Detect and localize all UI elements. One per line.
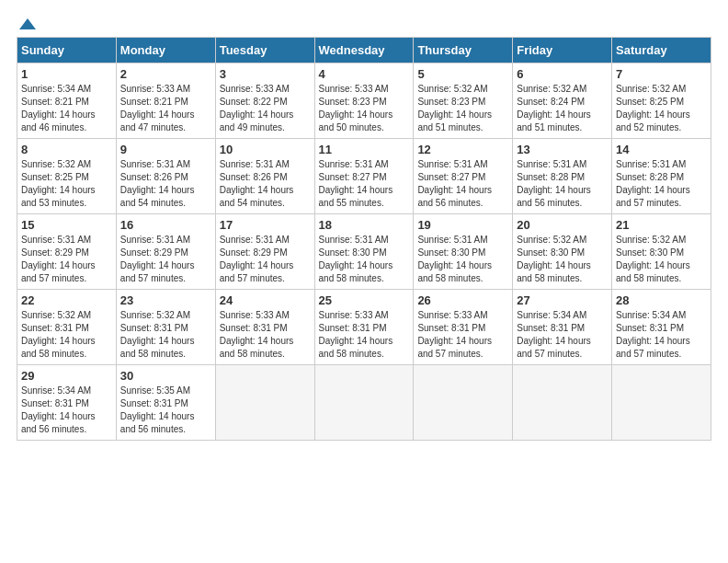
calendar-cell: 10Sunrise: 5:31 AMSunset: 8:26 PMDayligh… bbox=[215, 139, 314, 214]
calendar-cell: 3Sunrise: 5:33 AMSunset: 8:22 PMDaylight… bbox=[215, 63, 314, 139]
calendar-cell: 20Sunrise: 5:32 AMSunset: 8:30 PMDayligh… bbox=[513, 214, 612, 290]
calendar-cell: 30Sunrise: 5:35 AMSunset: 8:31 PMDayligh… bbox=[116, 365, 215, 441]
calendar-cell: 26Sunrise: 5:33 AMSunset: 8:31 PMDayligh… bbox=[414, 290, 513, 365]
cell-text: Sunrise: 5:31 AMSunset: 8:26 PMDaylight:… bbox=[120, 158, 211, 210]
day-number: 21 bbox=[616, 218, 707, 232]
calendar-cell: 27Sunrise: 5:34 AMSunset: 8:31 PMDayligh… bbox=[513, 290, 612, 365]
cell-text: Sunrise: 5:31 AMSunset: 8:29 PMDaylight:… bbox=[220, 234, 311, 285]
calendar-week-row: 1Sunrise: 5:34 AMSunset: 8:21 PMDaylight… bbox=[17, 63, 711, 139]
calendar-week-row: 15Sunrise: 5:31 AMSunset: 8:29 PMDayligh… bbox=[17, 214, 711, 290]
calendar-cell bbox=[215, 365, 314, 441]
logo-icon bbox=[19, 17, 36, 33]
calendar-cell: 16Sunrise: 5:31 AMSunset: 8:29 PMDayligh… bbox=[116, 214, 215, 290]
cell-text: Sunrise: 5:32 AMSunset: 8:30 PMDaylight:… bbox=[616, 234, 707, 285]
calendar-cell: 23Sunrise: 5:32 AMSunset: 8:31 PMDayligh… bbox=[116, 290, 215, 365]
calendar-cell: 24Sunrise: 5:33 AMSunset: 8:31 PMDayligh… bbox=[215, 290, 314, 365]
cell-text: Sunrise: 5:34 AMSunset: 8:31 PMDaylight:… bbox=[21, 385, 112, 436]
day-number: 25 bbox=[319, 293, 410, 307]
cell-text: Sunrise: 5:33 AMSunset: 8:31 PMDaylight:… bbox=[220, 309, 311, 361]
day-number: 7 bbox=[616, 67, 707, 81]
day-number: 9 bbox=[120, 143, 211, 156]
logo bbox=[17, 17, 37, 29]
calendar-week-row: 8Sunrise: 5:32 AMSunset: 8:25 PMDaylight… bbox=[17, 139, 711, 214]
calendar-header-saturday: Saturday bbox=[612, 38, 711, 63]
calendar-cell: 4Sunrise: 5:33 AMSunset: 8:23 PMDaylight… bbox=[314, 63, 414, 139]
page: SundayMondayTuesdayWednesdayThursdayFrid… bbox=[0, 0, 728, 563]
day-number: 8 bbox=[21, 143, 112, 156]
cell-text: Sunrise: 5:31 AMSunset: 8:28 PMDaylight:… bbox=[517, 158, 608, 210]
calendar: SundayMondayTuesdayWednesdayThursdayFrid… bbox=[17, 37, 711, 441]
cell-text: Sunrise: 5:31 AMSunset: 8:30 PMDaylight:… bbox=[319, 234, 410, 285]
day-number: 2 bbox=[120, 67, 211, 81]
day-number: 23 bbox=[120, 293, 211, 307]
calendar-header-friday: Friday bbox=[513, 38, 612, 63]
calendar-cell: 18Sunrise: 5:31 AMSunset: 8:30 PMDayligh… bbox=[314, 214, 414, 290]
calendar-cell: 6Sunrise: 5:32 AMSunset: 8:24 PMDaylight… bbox=[513, 63, 612, 139]
day-number: 16 bbox=[120, 218, 211, 232]
calendar-cell: 2Sunrise: 5:33 AMSunset: 8:21 PMDaylight… bbox=[116, 63, 215, 139]
day-number: 13 bbox=[517, 143, 608, 156]
calendar-cell: 15Sunrise: 5:31 AMSunset: 8:29 PMDayligh… bbox=[17, 214, 117, 290]
calendar-cell bbox=[612, 365, 711, 441]
calendar-week-row: 29Sunrise: 5:34 AMSunset: 8:31 PMDayligh… bbox=[17, 365, 711, 441]
day-number: 17 bbox=[220, 218, 311, 232]
day-number: 10 bbox=[220, 143, 311, 156]
calendar-cell: 5Sunrise: 5:32 AMSunset: 8:23 PMDaylight… bbox=[414, 63, 513, 139]
cell-text: Sunrise: 5:33 AMSunset: 8:31 PMDaylight:… bbox=[319, 309, 410, 361]
day-number: 14 bbox=[616, 143, 707, 156]
calendar-cell: 19Sunrise: 5:31 AMSunset: 8:30 PMDayligh… bbox=[414, 214, 513, 290]
day-number: 15 bbox=[21, 218, 112, 232]
calendar-cell bbox=[314, 365, 414, 441]
cell-text: Sunrise: 5:32 AMSunset: 8:31 PMDaylight:… bbox=[120, 309, 211, 361]
cell-text: Sunrise: 5:31 AMSunset: 8:29 PMDaylight:… bbox=[21, 234, 112, 285]
day-number: 30 bbox=[120, 369, 211, 383]
day-number: 6 bbox=[517, 67, 608, 81]
cell-text: Sunrise: 5:31 AMSunset: 8:29 PMDaylight:… bbox=[120, 234, 211, 285]
day-number: 12 bbox=[417, 143, 508, 156]
cell-text: Sunrise: 5:33 AMSunset: 8:22 PMDaylight:… bbox=[220, 83, 311, 134]
day-number: 4 bbox=[319, 67, 410, 81]
day-number: 26 bbox=[417, 293, 508, 307]
cell-text: Sunrise: 5:31 AMSunset: 8:27 PMDaylight:… bbox=[417, 158, 508, 210]
calendar-cell: 29Sunrise: 5:34 AMSunset: 8:31 PMDayligh… bbox=[17, 365, 117, 441]
day-number: 27 bbox=[517, 293, 608, 307]
logo-text bbox=[17, 17, 37, 33]
cell-text: Sunrise: 5:35 AMSunset: 8:31 PMDaylight:… bbox=[120, 385, 211, 436]
calendar-cell: 1Sunrise: 5:34 AMSunset: 8:21 PMDaylight… bbox=[17, 63, 117, 139]
calendar-cell: 22Sunrise: 5:32 AMSunset: 8:31 PMDayligh… bbox=[17, 290, 117, 365]
calendar-header-monday: Monday bbox=[116, 38, 215, 63]
day-number: 28 bbox=[616, 293, 707, 307]
calendar-cell: 9Sunrise: 5:31 AMSunset: 8:26 PMDaylight… bbox=[116, 139, 215, 214]
calendar-cell: 11Sunrise: 5:31 AMSunset: 8:27 PMDayligh… bbox=[314, 139, 414, 214]
cell-text: Sunrise: 5:34 AMSunset: 8:31 PMDaylight:… bbox=[517, 309, 608, 361]
cell-text: Sunrise: 5:34 AMSunset: 8:31 PMDaylight:… bbox=[616, 309, 707, 361]
day-number: 5 bbox=[417, 67, 508, 81]
svg-marker-0 bbox=[19, 18, 36, 29]
header bbox=[17, 17, 711, 29]
cell-text: Sunrise: 5:34 AMSunset: 8:21 PMDaylight:… bbox=[21, 83, 112, 134]
cell-text: Sunrise: 5:31 AMSunset: 8:28 PMDaylight:… bbox=[616, 158, 707, 210]
calendar-cell: 17Sunrise: 5:31 AMSunset: 8:29 PMDayligh… bbox=[215, 214, 314, 290]
calendar-cell: 28Sunrise: 5:34 AMSunset: 8:31 PMDayligh… bbox=[612, 290, 711, 365]
cell-text: Sunrise: 5:31 AMSunset: 8:30 PMDaylight:… bbox=[417, 234, 508, 285]
cell-text: Sunrise: 5:31 AMSunset: 8:27 PMDaylight:… bbox=[319, 158, 410, 210]
day-number: 3 bbox=[220, 67, 311, 81]
day-number: 29 bbox=[21, 369, 112, 383]
calendar-header-tuesday: Tuesday bbox=[215, 38, 314, 63]
calendar-cell: 21Sunrise: 5:32 AMSunset: 8:30 PMDayligh… bbox=[612, 214, 711, 290]
day-number: 20 bbox=[517, 218, 608, 232]
cell-text: Sunrise: 5:33 AMSunset: 8:21 PMDaylight:… bbox=[120, 83, 211, 134]
calendar-header-wednesday: Wednesday bbox=[314, 38, 414, 63]
cell-text: Sunrise: 5:32 AMSunset: 8:30 PMDaylight:… bbox=[517, 234, 608, 285]
cell-text: Sunrise: 5:32 AMSunset: 8:25 PMDaylight:… bbox=[21, 158, 112, 210]
day-number: 22 bbox=[21, 293, 112, 307]
calendar-header-thursday: Thursday bbox=[414, 38, 513, 63]
cell-text: Sunrise: 5:33 AMSunset: 8:23 PMDaylight:… bbox=[319, 83, 410, 134]
cell-text: Sunrise: 5:32 AMSunset: 8:31 PMDaylight:… bbox=[21, 309, 112, 361]
day-number: 24 bbox=[220, 293, 311, 307]
calendar-cell: 7Sunrise: 5:32 AMSunset: 8:25 PMDaylight… bbox=[612, 63, 711, 139]
calendar-cell: 13Sunrise: 5:31 AMSunset: 8:28 PMDayligh… bbox=[513, 139, 612, 214]
calendar-cell: 12Sunrise: 5:31 AMSunset: 8:27 PMDayligh… bbox=[414, 139, 513, 214]
day-number: 19 bbox=[417, 218, 508, 232]
calendar-header-sunday: Sunday bbox=[17, 38, 117, 63]
